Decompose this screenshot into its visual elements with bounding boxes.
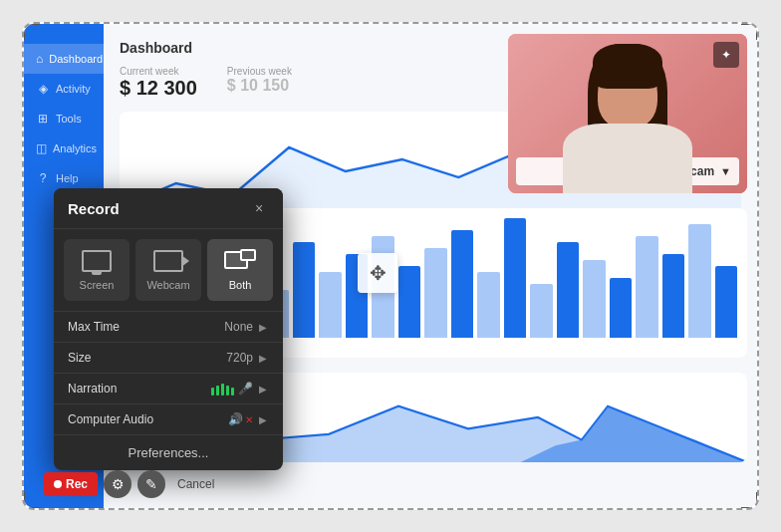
volume-bars [211, 382, 234, 396]
audio-muted-icon: 🔊 ✕ [228, 412, 253, 426]
cancel-button[interactable]: Cancel [171, 473, 220, 495]
person-body [563, 124, 692, 193]
webcam-area: ✦ Webcam ▼ [508, 34, 747, 193]
vol-bar-3 [221, 384, 224, 396]
bottom-toolbar: Rec ⚙ ✎ Cancel [44, 470, 220, 498]
screen-icon-shape [82, 250, 112, 272]
home-icon: ⌂ [36, 52, 43, 66]
hair-top [593, 44, 662, 89]
bar-16 [610, 278, 633, 338]
previous-week-stat: Previous week $ 10 150 [227, 66, 292, 100]
record-panel-title: Record [68, 200, 120, 217]
bar-10 [451, 230, 474, 338]
settings-button[interactable]: ⚙ [104, 470, 131, 498]
main-frame: ⌂ Dashboard ◈ Activity ⊞ Tools ◫ Analyti… [22, 22, 759, 510]
bar-14 [557, 242, 580, 338]
both-icon-shape [224, 249, 256, 273]
both-cam-shape [240, 249, 256, 261]
move-icon-overlay[interactable]: ✥ [358, 253, 397, 293]
mute-x-icon: ✕ [245, 414, 253, 425]
bar-4 [293, 242, 316, 338]
magic-wand-button[interactable]: ✦ [713, 42, 739, 68]
mode-screen-button[interactable]: Screen [64, 239, 130, 301]
sidebar-label-dashboard: Dashboard [49, 53, 103, 65]
audio-arrow[interactable]: ▶ [257, 414, 269, 425]
corner-tl [22, 22, 40, 40]
bar-19 [688, 224, 711, 338]
computer-audio-label: Computer Audio [68, 412, 228, 426]
rec-button[interactable]: Rec [44, 472, 98, 496]
sidebar-label-activity: Activity [56, 83, 91, 95]
sidebar-label-help: Help [56, 172, 79, 184]
previous-week-label: Previous week [227, 66, 292, 77]
narration-arrow[interactable]: ▶ [257, 384, 269, 395]
bar-5 [319, 272, 342, 338]
bar-13 [530, 284, 553, 338]
webcam-mode-icon [152, 249, 184, 273]
bar-9 [424, 248, 447, 338]
mode-selector: Screen Webcam [54, 229, 283, 311]
computer-audio-value: 🔊 ✕ ▶ [228, 412, 269, 426]
bar-chart-area [203, 208, 747, 358]
activity-icon: ◈ [36, 82, 50, 96]
speaker-icon: 🔊 [228, 412, 243, 426]
size-row: Size 720p ▶ [54, 342, 283, 373]
help-icon: ? [36, 171, 50, 185]
screen-mode-label: Screen [80, 279, 115, 291]
both-mode-label: Both [229, 279, 252, 291]
tools-icon: ⊞ [36, 112, 50, 126]
bar-12 [504, 218, 527, 338]
max-time-arrow[interactable]: ▶ [257, 322, 269, 333]
dashboard-bg: ⌂ Dashboard ◈ Activity ⊞ Tools ◫ Analyti… [24, 24, 757, 508]
size-label: Size [68, 351, 226, 365]
computer-audio-row: Computer Audio 🔊 ✕ ▶ [54, 403, 283, 434]
current-week-stat: Current week $ 12 300 [120, 66, 197, 100]
bar-18 [662, 254, 685, 338]
current-week-value: $ 12 300 [120, 77, 197, 100]
max-time-value: None ▶ [224, 320, 269, 334]
max-time-label: Max Time [68, 320, 224, 334]
vol-bar-4 [226, 386, 229, 396]
bar-11 [477, 272, 500, 338]
preferences-button[interactable]: Preferences... [54, 434, 283, 470]
mode-webcam-button[interactable]: Webcam [135, 239, 201, 301]
bar-8 [398, 266, 421, 338]
mode-both-button[interactable]: Both [207, 239, 273, 301]
sidebar-item-tools[interactable]: ⊞ Tools [24, 104, 104, 133]
sidebar-label-analytics: Analytics [53, 142, 97, 154]
narration-row: Narration 🎤 ▶ [54, 373, 283, 403]
both-mode-icon [224, 249, 256, 273]
narration-label: Narration [68, 382, 211, 396]
vol-bar-2 [216, 386, 219, 396]
webcam-icon-shape [153, 250, 183, 272]
rec-dot [54, 480, 62, 488]
screen-mode-icon [81, 249, 113, 273]
record-panel-header: Record × [54, 188, 283, 229]
record-panel: Record × Screen Webcam [54, 188, 283, 470]
corner-tr [741, 22, 759, 40]
vol-bar-1 [211, 388, 214, 396]
webcam-dropdown-icon[interactable]: ▼ [720, 165, 731, 177]
rec-label: Rec [66, 477, 88, 491]
edit-button[interactable]: ✎ [137, 470, 165, 498]
vol-bar-5 [231, 388, 234, 396]
sidebar-item-analytics[interactable]: ◫ Analytics [24, 133, 104, 163]
analytics-icon: ◫ [36, 141, 47, 155]
size-arrow[interactable]: ▶ [257, 353, 269, 364]
sidebar-item-dashboard[interactable]: ⌂ Dashboard [24, 44, 104, 74]
current-week-label: Current week [120, 66, 197, 77]
bar-15 [583, 260, 606, 338]
record-close-button[interactable]: × [249, 198, 269, 218]
webcam-mode-label: Webcam [146, 279, 189, 291]
sidebar-item-activity[interactable]: ◈ Activity [24, 74, 104, 104]
bar-20 [715, 266, 738, 338]
corner-br [741, 492, 759, 510]
narration-value: 🎤 ▶ [211, 382, 269, 396]
previous-week-value: $ 10 150 [227, 77, 292, 95]
corner-bl [22, 492, 40, 510]
bar-17 [636, 236, 658, 338]
sidebar-label-tools: Tools [56, 113, 82, 125]
max-time-row: Max Time None ▶ [54, 311, 283, 342]
size-value: 720p ▶ [226, 351, 269, 365]
microphone-icon[interactable]: 🎤 [238, 382, 253, 396]
